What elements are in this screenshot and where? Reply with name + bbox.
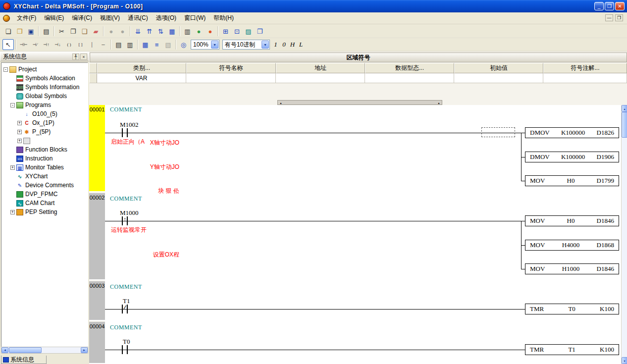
sidebar-item-device-comments[interactable]: Device Comments: [1, 181, 88, 190]
instruction-box[interactable]: MOV H0 D1799: [525, 175, 619, 186]
contact-bar-icon[interactable]: [127, 345, 128, 354]
column-header-symbol-name[interactable]: 符号名称: [186, 63, 276, 73]
ladder-vertical-scrollbar[interactable]: [621, 105, 627, 364]
scroll-right-icon[interactable]: [81, 347, 88, 353]
symbol-cell-data-type[interactable]: [365, 73, 454, 83]
collapse-arrow-icon[interactable]: [436, 101, 442, 104]
scrollbar-thumb[interactable]: [622, 112, 627, 138]
menu-options[interactable]: 选项(O): [152, 12, 180, 24]
chevron-down-icon[interactable]: [211, 41, 218, 49]
number-format-select[interactable]: 有号10进制: [222, 40, 270, 50]
instruction-box[interactable]: MOV H1000 D1846: [525, 263, 619, 274]
contact-bar-icon[interactable]: [122, 345, 123, 354]
column-header-class[interactable]: 类别...: [97, 63, 186, 73]
falling-contact-icon[interactable]: [52, 39, 63, 50]
contact-label[interactable]: M1002: [120, 121, 139, 129]
sidebar-item-monitor-tables[interactable]: Monitor Tables: [1, 163, 88, 172]
contact-label[interactable]: T0: [123, 338, 130, 346]
menu-help[interactable]: 帮助(H): [209, 12, 238, 24]
menu-compile[interactable]: 编译(C): [68, 12, 96, 24]
open-folder-icon[interactable]: [14, 26, 25, 37]
scroll-down-icon[interactable]: [622, 357, 627, 364]
sidebar-item-xychart[interactable]: XYChart: [1, 172, 88, 181]
sidebar-item-cam-chart[interactable]: CAM Chart: [1, 199, 88, 208]
minimize-button[interactable]: [594, 2, 604, 10]
contact-bar-icon[interactable]: [127, 128, 128, 137]
chevron-down-icon[interactable]: [261, 41, 269, 49]
menu-window[interactable]: 窗口(W): [180, 12, 209, 24]
instruction-box[interactable]: TMR T0 K100: [525, 304, 619, 314]
eraser-icon[interactable]: [90, 26, 102, 37]
splitter-scrollbar[interactable]: [277, 100, 442, 105]
cut-icon[interactable]: [56, 26, 67, 37]
monitor-icon[interactable]: [182, 26, 193, 37]
sidebar-item-pep-setting[interactable]: PEP Setting: [1, 208, 88, 216]
upload-disabled-icon[interactable]: [105, 26, 117, 37]
sidebar-horizontal-scrollbar[interactable]: [1, 347, 88, 354]
compile-icon[interactable]: [166, 26, 178, 37]
rung-comment[interactable]: COMMENT: [110, 324, 142, 331]
sidebar-item-project[interactable]: Project: [1, 65, 88, 74]
scroll-up-icon[interactable]: [622, 105, 627, 112]
no-contact-icon[interactable]: [18, 39, 29, 50]
ladder-view-icon[interactable]: [140, 39, 151, 50]
device-monitor-icon[interactable]: [231, 26, 243, 37]
expander-icon[interactable]: [17, 139, 22, 143]
column-header-comment[interactable]: 符号注解...: [543, 63, 627, 73]
symbol-cell-class[interactable]: VAR: [97, 73, 186, 83]
horizontal-line-icon[interactable]: [98, 39, 109, 50]
disabled-tool-icon[interactable]: [162, 39, 174, 50]
sidebar-item-programs[interactable]: Programs: [1, 101, 88, 109]
rung-comment[interactable]: COMMENT: [110, 106, 142, 113]
expander-icon[interactable]: [17, 130, 22, 134]
column-header-address[interactable]: 地址: [276, 63, 365, 73]
symbol-cell-initial-value[interactable]: [454, 73, 543, 83]
mdi-restore-button[interactable]: [615, 14, 623, 21]
mdi-minimize-button[interactable]: [605, 14, 613, 21]
trend-icon[interactable]: [243, 26, 254, 37]
menu-file[interactable]: 文件(F): [13, 12, 40, 24]
sidebar-item-p[interactable]: P_(5P): [1, 127, 88, 136]
sidebar-item-o100[interactable]: O100_(5): [1, 109, 88, 118]
nc-contact-icon[interactable]: [29, 39, 41, 50]
expander-icon[interactable]: [10, 165, 15, 170]
expander-icon[interactable]: [10, 210, 15, 214]
sidebar-item-dvp-fpmc[interactable]: DVP_FPMC: [1, 190, 88, 199]
row-selector[interactable]: [89, 73, 97, 83]
run-icon[interactable]: [193, 26, 205, 37]
rung-number[interactable]: 00001: [89, 105, 105, 192]
rung-number[interactable]: 00003: [89, 281, 105, 321]
rung-comment[interactable]: COMMENT: [110, 195, 142, 203]
window-icon[interactable]: [254, 26, 265, 37]
force-off-button[interactable]: 0: [280, 40, 288, 50]
transfer-to-plc-icon[interactable]: [144, 26, 155, 37]
close-panel-icon[interactable]: [80, 53, 87, 60]
expander-icon[interactable]: [10, 103, 15, 107]
menu-edit[interactable]: 编辑(E): [40, 12, 68, 24]
network-delete-icon[interactable]: [124, 39, 136, 50]
select-tool-icon[interactable]: [2, 39, 14, 50]
network-insert-icon[interactable]: [113, 39, 124, 50]
decimal-display-button[interactable]: L: [297, 40, 305, 50]
collapse-arrow-icon[interactable]: [278, 101, 284, 104]
sidebar-item-instruction[interactable]: Instruction: [1, 154, 88, 163]
instruction-box[interactable]: MOV H4000 D1868: [525, 240, 619, 251]
scroll-left-icon[interactable]: [1, 347, 8, 353]
table-edit-icon[interactable]: [220, 26, 231, 37]
download-disabled-icon[interactable]: [117, 26, 128, 37]
menu-view[interactable]: 视图(V): [96, 12, 124, 24]
symbol-cell-name[interactable]: [186, 73, 276, 83]
expander-icon[interactable]: [17, 121, 22, 125]
sidebar-item-ox[interactable]: Ox_(1P): [1, 118, 88, 127]
column-header-data-type[interactable]: 数据型态...: [365, 63, 454, 73]
vertical-line-icon[interactable]: [86, 39, 98, 50]
instruction-view-icon[interactable]: [151, 39, 162, 50]
zoom-tool-icon[interactable]: [178, 39, 189, 50]
zoom-select[interactable]: 100%: [191, 40, 219, 50]
transfer-to-pc-icon[interactable]: [132, 26, 144, 37]
pin-icon[interactable]: [72, 53, 79, 60]
close-button[interactable]: [615, 2, 625, 10]
restore-button[interactable]: [605, 2, 614, 10]
sidebar-item-global-symbols[interactable]: Global Symbols: [1, 92, 88, 101]
scrollbar-thumb[interactable]: [9, 347, 42, 353]
